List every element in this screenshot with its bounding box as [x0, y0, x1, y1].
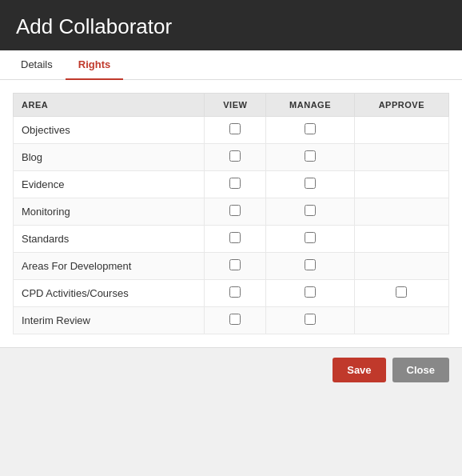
checkbox-view-7[interactable] [229, 314, 241, 325]
cell-manage [266, 226, 354, 253]
cell-approve [354, 117, 448, 144]
checkbox-manage-4[interactable] [305, 232, 316, 243]
rights-table: AREA VIEW MANAGE APPROVE ObjectivesBlogE… [13, 93, 449, 334]
checkbox-manage-1[interactable] [305, 150, 316, 162]
page-title: Add Collaborator [16, 14, 446, 39]
cell-approve [354, 198, 448, 226]
tab-rights[interactable]: Rights [66, 50, 123, 80]
cell-manage [266, 171, 354, 198]
cell-area: Areas For Development [14, 253, 205, 280]
table-row: Interim Review [14, 307, 449, 334]
close-button[interactable]: Close [392, 358, 449, 382]
checkbox-view-4[interactable] [229, 232, 241, 243]
cell-area: Monitoring [14, 198, 205, 226]
checkbox-view-3[interactable] [229, 205, 241, 216]
cell-area: CPD Activities/Courses [14, 280, 205, 307]
table-row: Objectives [14, 117, 449, 144]
cell-area: Interim Review [14, 307, 205, 334]
cell-manage [266, 307, 354, 334]
col-area: AREA [14, 94, 205, 117]
checkbox-manage-0[interactable] [305, 123, 316, 134]
cell-area: Objectives [14, 117, 205, 144]
cell-manage [266, 144, 354, 171]
checkbox-manage-5[interactable] [305, 259, 316, 270]
cell-view [205, 253, 266, 280]
checkbox-manage-7[interactable] [305, 314, 316, 325]
checkbox-manage-3[interactable] [305, 205, 316, 216]
col-approve: APPROVE [354, 94, 448, 117]
cell-approve [354, 280, 448, 307]
table-row: CPD Activities/Courses [14, 280, 449, 307]
main-content: AREA VIEW MANAGE APPROVE ObjectivesBlogE… [0, 80, 462, 347]
table-row: Monitoring [14, 198, 449, 226]
cell-area: Standards [14, 226, 205, 253]
cell-approve [354, 144, 448, 171]
col-manage: MANAGE [266, 94, 354, 117]
cell-manage [266, 198, 354, 226]
checkbox-view-5[interactable] [229, 259, 241, 270]
cell-view [205, 198, 266, 226]
checkbox-approve-6[interactable] [396, 286, 407, 298]
tab-details[interactable]: Details [8, 50, 66, 80]
cell-approve [354, 171, 448, 198]
table-row: Areas For Development [14, 253, 449, 280]
checkbox-view-1[interactable] [229, 150, 241, 162]
checkbox-view-6[interactable] [229, 286, 241, 298]
cell-view [205, 144, 266, 171]
table-row: Evidence [14, 171, 449, 198]
save-button[interactable]: Save [333, 358, 385, 382]
header: Add Collaborator [0, 0, 462, 50]
cell-view [205, 117, 266, 144]
col-view: VIEW [205, 94, 266, 117]
checkbox-view-0[interactable] [229, 123, 241, 134]
cell-area: Evidence [14, 171, 205, 198]
cell-manage [266, 280, 354, 307]
checkbox-manage-6[interactable] [305, 286, 316, 298]
cell-view [205, 171, 266, 198]
checkbox-manage-2[interactable] [305, 178, 316, 189]
cell-manage [266, 117, 354, 144]
cell-manage [266, 253, 354, 280]
cell-view [205, 280, 266, 307]
footer: Save Close [0, 347, 462, 392]
cell-view [205, 307, 266, 334]
cell-approve [354, 307, 448, 334]
cell-approve [354, 226, 448, 253]
table-row: Blog [14, 144, 449, 171]
table-row: Standards [14, 226, 449, 253]
cell-approve [354, 253, 448, 280]
cell-view [205, 226, 266, 253]
cell-area: Blog [14, 144, 205, 171]
tabs-bar: Details Rights [0, 50, 462, 80]
checkbox-view-2[interactable] [229, 178, 241, 189]
